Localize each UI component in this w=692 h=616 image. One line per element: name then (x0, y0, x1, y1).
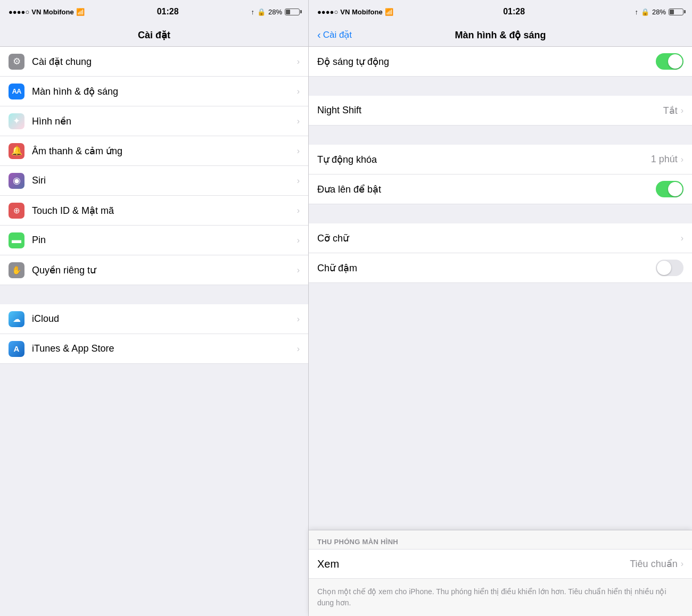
chevron-icon: › (297, 265, 300, 275)
do-sang-tu-dong-toggle[interactable] (656, 53, 683, 70)
right-nav-header: ‹ Cài đặt Màn hình & độ sáng (309, 23, 692, 47)
wifi-icon: 📶 (76, 8, 85, 16)
battery-tip (300, 10, 302, 13)
sound-icon: 🔔 (9, 143, 24, 159)
settings-item-pin[interactable]: ▬ Pin › (0, 226, 308, 255)
lock-icon: 🔒 (257, 8, 266, 16)
night-shift-chevron: › (681, 106, 683, 115)
settings-item-siri[interactable]: ◉ Siri › (0, 166, 308, 196)
right-signal-icon: ●●●●○ (317, 8, 338, 16)
night-shift-value: Tắt (663, 105, 678, 116)
thu-phong-popup: THU PHÓNG MÀN HÌNH Xem Tiêu chuẩn › Chọn… (309, 530, 692, 616)
popup-section-header: THU PHÓNG MÀN HÌNH (309, 530, 692, 549)
toggle-knob-3 (657, 261, 671, 275)
settings-item-cai-dat-chung[interactable]: ⚙ Cài đặt chung › (0, 47, 308, 77)
right-carrier: VN Mobifone (340, 8, 382, 16)
popup-description: Chọn một chế độ xem cho iPhone. Thu phón… (309, 579, 692, 616)
left-settings-list[interactable]: ⚙ Cài đặt chung › AA Màn hình & độ sáng … (0, 47, 308, 616)
chevron-icon: › (297, 146, 300, 156)
icloud-icon: ☁ (9, 311, 24, 327)
gap-1 (309, 77, 692, 96)
back-button[interactable]: ‹ Cài đặt (317, 29, 352, 41)
am-thanh-label: Âm thanh & cảm ứng (32, 145, 293, 157)
settings-item-icloud[interactable]: ☁ iCloud › (0, 304, 308, 334)
popup-xem-item[interactable]: Xem Tiêu chuẩn › (309, 549, 692, 579)
night-shift-item[interactable]: Night Shift Tắt › (309, 96, 692, 126)
chevron-icon: › (297, 236, 300, 245)
settings-item-man-hinh[interactable]: AA Màn hình & độ sáng › (0, 77, 308, 106)
siri-label: Siri (32, 175, 293, 186)
do-sang-tu-dong-label: Độ sáng tự động (317, 56, 656, 68)
right-battery-tip (684, 10, 686, 13)
settings-item-itunes[interactable]: A iTunes & App Store › (0, 334, 308, 364)
quyen-rieng-tu-label: Quyền riêng tư (32, 264, 293, 276)
right-battery-pct: 28% (652, 8, 666, 16)
section-gap-1 (0, 285, 308, 304)
dua-len-de-bat-item[interactable]: Đưa lên để bật (309, 174, 692, 204)
right-battery-area: ↑ 🔒 28% (635, 8, 683, 16)
chu-dam-item[interactable]: Chữ đậm (309, 253, 692, 283)
right-status-bar: ●●●●○ VN Mobifone 📶 01:28 ↑ 🔒 28% (309, 0, 692, 23)
gap-3 (309, 204, 692, 223)
location-icon: ↑ (251, 8, 254, 16)
right-content-wrapper: Độ sáng tự động Night Shift Tắt › Tự độn… (309, 47, 692, 616)
settings-item-touch-id[interactable]: ⊕ Touch ID & Mật mã › (0, 196, 308, 226)
toggle-knob-2 (668, 182, 682, 196)
popup-xem-value: Tiêu chuẩn (630, 558, 677, 570)
display-icon: AA (9, 84, 24, 99)
popup-xem-chevron: › (681, 559, 683, 569)
appstore-icon: A (9, 341, 24, 357)
do-sang-tu-dong-item[interactable]: Độ sáng tự động (309, 47, 692, 77)
cai-dat-chung-label: Cài đặt chung (32, 56, 293, 68)
right-carrier-info: ●●●●○ VN Mobifone 📶 (317, 8, 393, 16)
chevron-icon: › (297, 57, 300, 66)
chevron-icon: › (297, 176, 300, 186)
co-chu-item[interactable]: Cỡ chữ › (309, 223, 692, 253)
chu-dam-toggle[interactable] (656, 260, 683, 276)
night-shift-label: Night Shift (317, 105, 663, 116)
wallpaper-icon: ✦ (9, 113, 24, 129)
settings-item-am-thanh[interactable]: 🔔 Âm thanh & cảm ứng › (0, 136, 308, 166)
battery-icon: ▬ (9, 232, 24, 248)
icloud-label: iCloud (32, 313, 293, 324)
tu-dong-khoa-label: Tự động khóa (317, 154, 651, 165)
dua-len-de-bat-toggle[interactable] (656, 181, 683, 197)
battery-fill (286, 10, 290, 14)
left-battery-indicator (285, 9, 300, 15)
back-chevron-icon: ‹ (317, 29, 321, 41)
left-panel: ●●●●○ VN Mobifone 📶 01:28 ↑ 🔒 28% Cài đặ… (0, 0, 309, 616)
hinh-nen-label: Hình nền (32, 115, 293, 127)
left-carrier-info: ●●●●○ VN Mobifone 📶 (9, 8, 85, 16)
tu-dong-khoa-item[interactable]: Tự động khóa 1 phút › (309, 145, 692, 174)
chevron-icon: › (297, 344, 300, 354)
right-lock-icon: 🔒 (641, 8, 649, 16)
pin-label: Pin (32, 235, 293, 246)
siri-icon: ◉ (9, 173, 24, 189)
settings-item-quyen-rieng-tu[interactable]: ✋ Quyền riêng tư › (0, 255, 308, 285)
chevron-icon: › (297, 206, 300, 215)
touch-id-icon: ⊕ (9, 203, 24, 219)
chevron-icon: › (297, 116, 300, 126)
signal-icon: ●●●●○ (9, 8, 29, 16)
left-battery-pct: 28% (268, 8, 282, 16)
right-wifi-icon: 📶 (385, 8, 393, 16)
popup-xem-label: Xem (317, 558, 630, 570)
left-status-bar: ●●●●○ VN Mobifone 📶 01:28 ↑ 🔒 28% (0, 0, 308, 23)
tu-dong-khoa-chevron: › (681, 155, 683, 164)
back-label: Cài đặt (323, 29, 352, 40)
settings-item-hinh-nen[interactable]: ✦ Hình nền › (0, 106, 308, 136)
left-carrier: VN Mobifone (31, 8, 73, 16)
chevron-icon: › (297, 87, 300, 96)
left-time: 01:28 (157, 7, 179, 16)
left-nav-header: Cài đặt (0, 23, 308, 47)
left-nav-title: Cài đặt (138, 29, 170, 41)
privacy-icon: ✋ (9, 262, 24, 278)
gear-icon: ⚙ (9, 54, 24, 70)
gap-2 (309, 126, 692, 145)
co-chu-chevron: › (681, 234, 683, 243)
tu-dong-khoa-value: 1 phút (651, 154, 678, 165)
right-battery-fill (670, 10, 674, 14)
chu-dam-label: Chữ đậm (317, 262, 656, 274)
toggle-knob (668, 54, 682, 69)
right-time: 01:28 (503, 7, 525, 16)
